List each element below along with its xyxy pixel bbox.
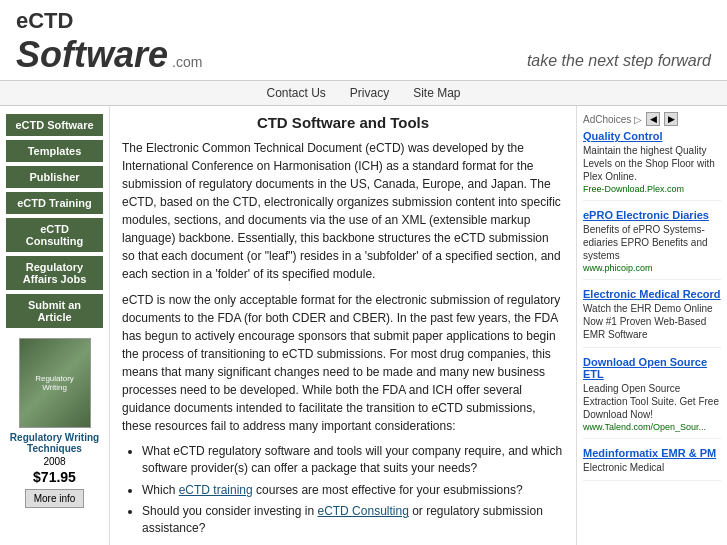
book-year: 2008: [6, 456, 103, 467]
logo-ectd: eCTD: [16, 8, 202, 34]
bullet-2: Which eCTD training courses are most eff…: [142, 482, 564, 499]
nav-privacy[interactable]: Privacy: [350, 86, 389, 100]
ad-3-title[interactable]: Electronic Medical Record: [583, 288, 721, 300]
sidebar-item-regulatory-jobs[interactable]: Regulatory Affairs Jobs: [6, 256, 103, 290]
sidebar-item-ectd-training[interactable]: eCTD Training: [6, 192, 103, 214]
bullet-3: Should you consider investing in eCTD Co…: [142, 503, 564, 537]
ad-2-url: www.phicoip.com: [583, 263, 721, 273]
ad-1-url: Free-Download.Plex.com: [583, 184, 721, 194]
ad-5-text: Electronic Medical: [583, 461, 721, 474]
nav-contact-us[interactable]: Contact Us: [266, 86, 325, 100]
logo-software: Software: [16, 34, 168, 76]
sidebar-item-submit-article[interactable]: Submit an Article: [6, 294, 103, 328]
adchoices-header: AdChoices ▷ ◀ ▶: [583, 112, 721, 126]
ad-4-url: www.Talend.com/Open_Sour...: [583, 422, 721, 432]
ad-2: ePRO Electronic Diaries Benefits of ePRO…: [583, 209, 721, 280]
ad-1-title[interactable]: Quality Control: [583, 130, 721, 142]
sidebar-item-templates[interactable]: Templates: [6, 140, 103, 162]
sidebar-item-ectd-software[interactable]: eCTD Software: [6, 114, 103, 136]
page-title: CTD Software and Tools: [122, 114, 564, 131]
ad-2-text: Benefits of ePRO Systems- ediaries EPRO …: [583, 223, 721, 262]
navbar: Contact Us Privacy Site Map: [0, 81, 727, 106]
content-para2: eCTD is now the only acceptable format f…: [122, 291, 564, 435]
ad-4: Download Open Source ETL Leading Open So…: [583, 356, 721, 439]
ad-5: Medinformatix EMR & PM Electronic Medica…: [583, 447, 721, 481]
content-area: CTD Software and Tools The Electronic Co…: [110, 106, 577, 545]
ad-1: Quality Control Maintain the highest Qua…: [583, 130, 721, 201]
book-title: Regulatory Writing Techniques: [6, 432, 103, 454]
ad-2-title[interactable]: ePRO Electronic Diaries: [583, 209, 721, 221]
ad-4-title[interactable]: Download Open Source ETL: [583, 356, 721, 380]
book-price: $71.95: [6, 469, 103, 485]
ectd-training-link[interactable]: eCTD training: [179, 483, 253, 497]
ectd-consulting-link[interactable]: eCTD Consulting: [317, 504, 408, 518]
main-layout: eCTD Software Templates Publisher eCTD T…: [0, 106, 727, 545]
logo-area: eCTD Software .com: [16, 8, 202, 76]
ad-nav-prev[interactable]: ◀: [646, 112, 660, 126]
more-info-button[interactable]: More info: [25, 489, 85, 508]
sidebar-item-ectd-consulting[interactable]: eCTD Consulting: [6, 218, 103, 252]
header: eCTD Software .com take the next step fo…: [0, 0, 727, 81]
ad-3: Electronic Medical Record Watch the EHR …: [583, 288, 721, 348]
sidebar: eCTD Software Templates Publisher eCTD T…: [0, 106, 110, 545]
adchoices-label: AdChoices ▷: [583, 114, 642, 125]
bullet-1: What eCTD regulatory software and tools …: [142, 443, 564, 477]
nav-site-map[interactable]: Site Map: [413, 86, 460, 100]
ad-1-text: Maintain the highest Quality Levels on t…: [583, 144, 721, 183]
tagline: take the next step forward: [527, 52, 711, 76]
content-bullets: What eCTD regulatory software and tools …: [142, 443, 564, 545]
ad-4-text: Leading Open Source Extraction Tool Suit…: [583, 382, 721, 421]
ad-3-text: Watch the EHR Demo Online Now #1 Proven …: [583, 302, 721, 341]
ad-5-title[interactable]: Medinformatix EMR & PM: [583, 447, 721, 459]
logo-com: .com: [172, 54, 202, 70]
ads-sidebar: AdChoices ▷ ◀ ▶ Quality Control Maintain…: [577, 106, 727, 545]
sidebar-book: Regulatory Writing Regulatory Writing Te…: [6, 338, 103, 508]
ad-nav-next[interactable]: ▶: [664, 112, 678, 126]
sidebar-item-publisher[interactable]: Publisher: [6, 166, 103, 188]
book-cover: Regulatory Writing: [19, 338, 91, 428]
content-para1: The Electronic Common Technical Document…: [122, 139, 564, 283]
